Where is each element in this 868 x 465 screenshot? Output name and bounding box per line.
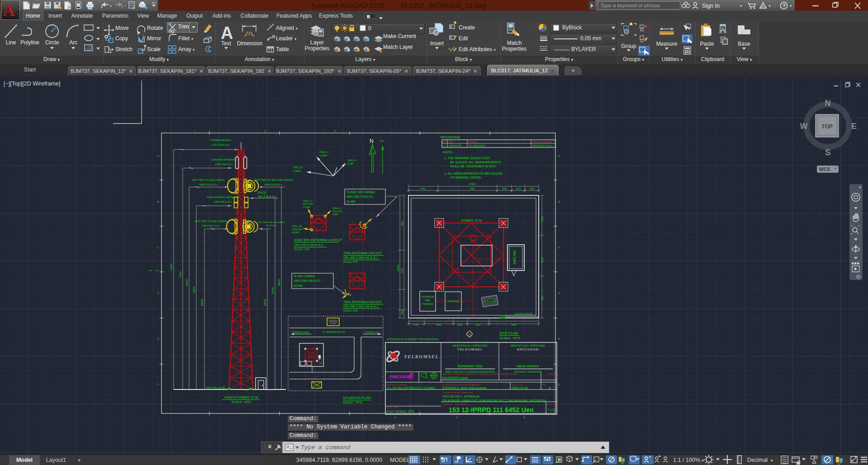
svg-text:1 ( 1): 1 ( 1): [548, 408, 555, 412]
svg-text:✕: ✕: [859, 185, 862, 190]
svg-text:C: C: [558, 246, 560, 249]
svg-text:GSM 900 ANTENNA: GSM 900 ANTENNA: [211, 158, 237, 161]
svg-text:2120: 2120: [475, 323, 480, 326]
svg-text:MUHAMAD TONI: MUHAMAD TONI: [458, 365, 483, 368]
svg-text:S: S: [825, 148, 830, 157]
svg-text:RX1,RX2: RX1,RX2: [292, 228, 303, 231]
svg-text:Dokumentnr. - Document No: Dokumentnr. - Document No: [442, 403, 467, 405]
svg-text:A:60°: A:60°: [332, 213, 339, 216]
svg-text:ANT TRM TO SEI LOBAN: ANT TRM TO SEI LOBAN: [194, 219, 227, 223]
svg-text:TRM ANTENNA LAYOUT: TRM ANTENNA LAYOUT: [343, 251, 382, 255]
svg-text:MENYETUJUI / APPROVED: MENYETUJUI / APPROVED: [453, 344, 488, 347]
svg-text:2100: 2100: [516, 187, 521, 190]
svg-text:CELL A: CELL A: [332, 207, 342, 209]
svg-text:9050: 9050: [511, 323, 516, 326]
svg-text:GROUND_LEVEL: GROUND_LEVEL: [206, 386, 226, 389]
svg-text:TOP: TOP: [821, 123, 832, 130]
svg-text:72000: 72000: [170, 264, 173, 270]
svg-text:Gezkt - Plotr: Gezkt - Plotr: [387, 407, 398, 409]
svg-text:CELL C: CELL C: [303, 199, 313, 202]
svg-text:70000: 70000: [179, 271, 182, 278]
svg-text:4400: 4400: [420, 187, 425, 190]
svg-text:A: A: [558, 155, 560, 157]
svg-text:58000: 58000: [201, 299, 204, 306]
svg-text:A: A: [444, 144, 446, 147]
svg-text:C: C: [157, 246, 160, 249]
svg-text:ANTENNA PLACEMENT INFORMATION: ANTENNA PLACEMENT INFORMATION: [387, 337, 438, 341]
svg-text:Date: Date: [449, 141, 453, 143]
svg-text:Checked: Checked: [547, 373, 555, 375]
svg-text:A: A: [549, 386, 551, 389]
svg-text:MENYETUJUI / APPROVED: MENYETUJUI / APPROVED: [511, 344, 545, 347]
svg-text:To BSC SEI DANAU: To BSC SEI DANAU: [346, 190, 375, 194]
svg-text:2009-04-08: 2009-04-08: [449, 144, 461, 147]
svg-text:TO Batu Licin: TO Batu Licin: [365, 331, 379, 333]
svg-text:±68.0,58.0 M.A.G.L: ±68.0,58.0 M.A.G.L: [294, 279, 321, 282]
svg-text:SHALL BE CONFIRMED IN SITE.: SHALL BE CONFIRMED IN SITE.: [450, 165, 497, 168]
svg-text:CELL B: CELL B: [292, 225, 301, 228]
svg-text:N: N: [825, 99, 831, 108]
svg-text:±72.0 M.A.G.L: ±72.0 M.A.G.L: [212, 143, 230, 146]
svg-text:6300: 6300: [541, 216, 544, 222]
svg-text:2000: 2000: [529, 187, 534, 190]
svg-text:SCALE: NTS: SCALE: NTS: [343, 309, 358, 312]
svg-text:A: A: [469, 333, 471, 336]
svg-text:±68.0 M.A.G.L: ±68.0 M.A.G.L: [199, 183, 217, 186]
svg-text:RBS: RBS: [425, 299, 431, 302]
svg-text:A: A: [157, 155, 159, 157]
svg-text:TELKOMSEL SWAP OUT GSM 900 PRO: TELKOMSEL SWAP OUT GSM 900 PROJECT, KALI…: [442, 399, 546, 402]
svg-text:±67.0 M.A.G.L: ±67.0 M.A.G.L: [258, 195, 277, 198]
svg-text:CELL B: CELL B: [293, 166, 302, 169]
svg-text:CELL A: CELL A: [347, 159, 356, 161]
svg-text:SCALE : NTS: SCALE : NTS: [499, 336, 520, 340]
svg-text:1540: 1540: [413, 323, 418, 326]
svg-text:7500: 7500: [470, 187, 474, 190]
svg-text:ANT TRM TO BSC SEI DANAU: ANT TRM TO BSC SEI DANAU: [258, 221, 285, 223]
svg-text:5: 5: [456, 416, 458, 419]
svg-text:PLOT SCALE: NTS: PLOT SCALE: NTS: [387, 410, 414, 413]
svg-text:GSM 900 ANTENNA LAYOUT: GSM 900 ANTENNA LAYOUT: [294, 238, 342, 242]
svg-text:SITUATION PLAN: SITUATION PLAN: [343, 396, 370, 400]
svg-text:ON ±68.0,58.0 M.A.G.L: ON ±68.0,58.0 M.A.G.L: [343, 256, 379, 260]
svg-text:4000: 4000: [501, 316, 504, 318]
svg-text:EJD/DR/EC (Andi Setia Buana): EJD/DR/EC (Andi Setia Buana): [442, 386, 487, 390]
svg-text:ERICSSON: ERICSSON: [389, 375, 411, 379]
svg-text:SHELTER: SHELTER: [513, 250, 516, 265]
svg-text:10°: 10°: [380, 140, 384, 142]
svg-text:POWER ROOM: POWER ROOM: [484, 301, 495, 303]
svg-text:NOTE:: NOTE:: [443, 150, 453, 154]
svg-text:1050: 1050: [502, 187, 507, 190]
svg-text:ø1.8M: ø1.8M: [294, 284, 303, 287]
svg-text:1: 1: [194, 129, 195, 132]
svg-text:1380: 1380: [457, 323, 462, 326]
svg-text:SCALE : NTS: SCALE : NTS: [343, 401, 362, 404]
svg-text:REVISIONS: REVISIONS: [441, 135, 460, 139]
svg-text:EHCU: EHCU: [258, 191, 266, 194]
svg-text:6: 6: [523, 416, 525, 419]
svg-text:TX1,TX2: TX1,TX2: [303, 203, 313, 205]
svg-text:NO REVISION: NO REVISION: [469, 144, 485, 147]
svg-text:RBS: RBS: [319, 362, 323, 364]
svg-text:EID/DR/ER Fahmi: EID/DR/ER Fahmi: [532, 144, 553, 147]
svg-text:Datum - Date: Datum - Date: [512, 384, 523, 386]
svg-text:3200: 3200: [541, 257, 544, 262]
svg-text:F: F: [558, 383, 560, 386]
svg-text:Dateiname - Dateiname: Dateiname - Dateiname: [387, 384, 407, 386]
svg-text:17000: 17000: [469, 183, 475, 185]
svg-text:Changes: Changes: [469, 141, 477, 143]
svg-text:153 12-IPRPD 111 6452 Uen: 153 12-IPRPD 111 6452 Uen: [449, 406, 534, 413]
svg-text:Rev: Rev: [542, 384, 546, 386]
svg-text:7500: 7500: [401, 268, 403, 274]
svg-text:OTHERWISE STATED.: OTHERWISE STATED.: [450, 176, 482, 179]
svg-text:±58.0 M.A.G.L: ±58.0 M.A.G.L: [202, 224, 220, 227]
svg-text:WCS: WCS: [819, 166, 830, 172]
svg-text:VIEW A TOWER 72 M: VIEW A TOWER 72 M: [224, 395, 258, 399]
svg-text:Changes prepared by: Changes prepared by: [532, 141, 552, 143]
svg-text:C:350°: C:350°: [303, 206, 311, 209]
svg-text:F: F: [157, 383, 159, 386]
svg-text:67000: 67000: [271, 287, 274, 294]
svg-text:2: 2: [264, 129, 266, 132]
svg-text:Rev: Rev: [443, 141, 447, 143]
svg-text:B: B: [558, 200, 560, 203]
svg-text:2009-04-08: 2009-04-08: [512, 386, 528, 389]
